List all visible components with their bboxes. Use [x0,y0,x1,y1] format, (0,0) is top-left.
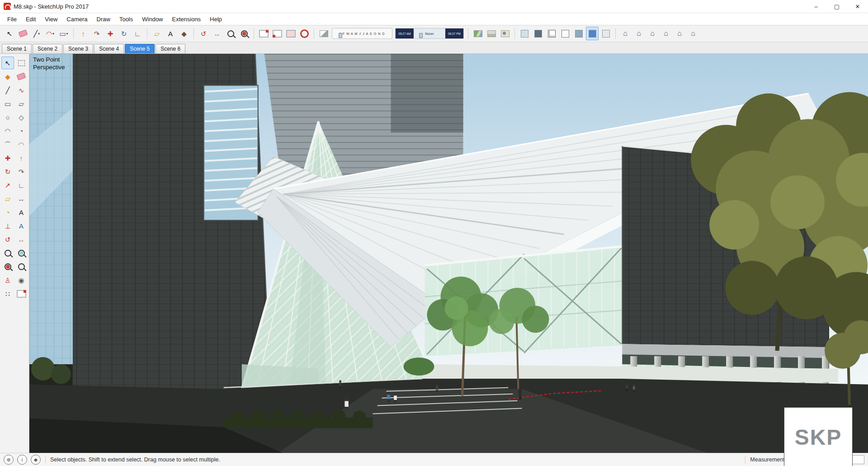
style-wireframe[interactable] [545,27,558,40]
shadow-month-slider[interactable]: J F M A M J J A S O N D [332,28,392,39]
rotate-tool[interactable]: ↻ [1,165,14,178]
protractor-tool[interactable]: ◔ [1,206,14,219]
shadow-time-handle[interactable] [419,33,423,38]
position-camera-tool[interactable]: ♙ [1,274,14,286]
shadows-dialog-toggle[interactable] [317,27,330,40]
orbit-tool[interactable]: ↺ [197,27,210,40]
select-tool[interactable]: ↖ [1,57,14,69]
account-status-button[interactable]: ☻ [31,455,41,465]
two-point-arc-tool[interactable]: ⌒ [1,138,14,151]
rotated-rectangle-tool[interactable]: ▱ [15,97,28,110]
line-tool[interactable]: ╱ [1,84,14,96]
text-tool[interactable]: A [164,27,177,40]
help-status-button[interactable]: i [17,455,27,465]
style-back-edges[interactable] [532,27,544,40]
offset-tool[interactable]: ∟ [131,27,144,40]
view-back[interactable]: ⌂ [673,27,686,40]
rectangle-tool[interactable]: ▭ [1,97,14,110]
section-cut-toggle[interactable] [284,27,297,40]
minimize-button[interactable]: – [806,0,826,13]
tab-scene-1[interactable]: Scene 1 [2,44,32,53]
move-tool[interactable]: ✚ [1,152,14,164]
select-tool[interactable]: ↖ [3,27,16,40]
scale-tool[interactable]: ↗ [1,179,14,191]
style-shaded[interactable] [572,27,585,40]
tab-scene-5[interactable]: Scene 5 [125,44,155,53]
style-monochrome[interactable] [599,27,612,40]
tape-measure-tool[interactable]: ▱ [151,27,163,40]
zoom-window-tool[interactable] [15,247,28,259]
arc-tool[interactable]: ◠ [1,124,14,137]
menu-file[interactable]: File [3,14,21,24]
menu-window[interactable]: Window [137,14,167,24]
tab-scene-3[interactable]: Scene 3 [63,44,93,53]
arc-tool[interactable]: ◠▾ [44,27,57,40]
menu-camera[interactable]: Camera [62,14,92,24]
section-plane-tool[interactable] [257,27,270,40]
tab-scene-6[interactable]: Scene 6 [156,44,185,53]
text-tool[interactable]: A [15,206,28,219]
3d-text-tool[interactable]: A [15,219,28,232]
select-window-tool[interactable] [15,57,28,69]
dimension-tool[interactable]: ↔ [15,192,28,205]
section-display-toggle[interactable] [271,27,283,40]
paint-bucket-tool[interactable]: ◆ [178,27,190,40]
freehand-tool[interactable]: ∿ [15,84,28,96]
tab-scene-4[interactable]: Scene 4 [94,44,124,53]
three-point-arc-tool[interactable]: ◠ [15,138,28,151]
pie-tool[interactable]: ◔ [15,124,28,137]
close-button[interactable]: ✕ [847,0,868,13]
menu-draw[interactable]: Draw [92,14,115,24]
photo-textures-tool[interactable] [499,27,511,40]
style-xray[interactable] [518,27,531,40]
menu-view[interactable]: View [40,14,62,24]
menu-tools[interactable]: Tools [115,14,137,24]
zoom-tool[interactable] [1,247,14,259]
maximize-button[interactable]: ▢ [826,0,847,13]
push-pull-tool[interactable]: ↑ [15,152,28,164]
polygon-tool[interactable]: ◇ [15,111,28,124]
axes-tool[interactable]: ⊥ [1,219,14,232]
push-pull-tool[interactable]: ↑ [77,27,90,40]
offset-tool[interactable]: ∟ [15,179,28,191]
tape-measure-tool[interactable]: ▱ [1,192,14,205]
pan-tool[interactable]: ↔ [211,27,223,40]
look-around-tool[interactable]: ◉ [15,274,28,286]
rotate-tool[interactable]: ↻ [118,27,130,40]
circle-tool[interactable]: ○ [1,111,14,124]
follow-me-tool[interactable]: ↷ [15,165,28,178]
view-right[interactable]: ⌂ [660,27,672,40]
follow-me-tool[interactable]: ↷ [90,27,103,40]
move-tool[interactable]: ✚ [104,27,117,40]
position-camera-tool[interactable] [298,27,311,40]
menu-extensions[interactable]: Extensions [168,14,206,24]
paint-bucket-tool[interactable]: ◆ [1,70,14,83]
menu-help[interactable]: Help [205,14,226,24]
rectangle-tool[interactable]: ▭▾ [57,27,70,40]
view-front[interactable]: ⌂ [646,27,659,40]
zoom-previous-tool[interactable] [15,260,28,273]
shadow-time-slider[interactable]: 05:27 AM Noon 06:37 PM [395,28,464,39]
geolocation-status-button[interactable]: ⊕ [4,455,14,465]
section-plane-tool[interactable] [15,287,28,300]
pan-tool[interactable]: ↔ [15,233,28,246]
shadow-month-handle[interactable] [339,33,342,38]
zoom-extents-tool[interactable] [1,260,14,273]
style-shaded-textures[interactable] [586,27,599,40]
view-top[interactable]: ⌂ [632,27,645,40]
eraser-tool[interactable] [15,70,28,83]
zoom-tool[interactable] [224,27,237,40]
style-hidden-line[interactable] [559,27,571,40]
toggle-terrain-tool[interactable] [485,27,498,40]
line-tool[interactable]: ╱▾ [30,27,43,40]
walk-tool[interactable]: ∷ [1,287,14,300]
orbit-tool[interactable]: ↺ [1,233,14,246]
model-viewport[interactable]: Two Point Perspective [29,54,868,453]
view-iso[interactable]: ⌂ [619,27,632,40]
zoom-extents-tool[interactable] [238,27,250,40]
menu-edit[interactable]: Edit [21,14,40,24]
tab-scene-2[interactable]: Scene 2 [33,44,62,53]
eraser-tool[interactable] [17,27,29,40]
view-left[interactable]: ⌂ [687,27,699,40]
add-location-tool[interactable] [472,27,484,40]
